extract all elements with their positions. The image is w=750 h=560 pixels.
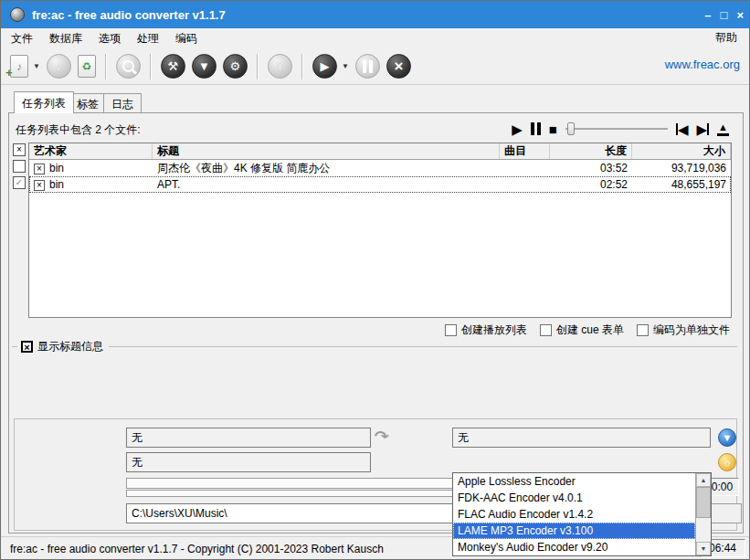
window-title: fre:ac - free audio converter v1.1.7 [32,8,226,22]
create-playlist-checkbox[interactable] [445,324,457,336]
selected-filter-field: 无 [452,428,711,448]
scroll-down-icon[interactable]: ▼ [696,542,711,555]
general-settings-icon[interactable]: ⚒ [161,54,185,79]
stop-encoding-icon[interactable]: × [386,54,411,79]
column-artist[interactable]: 艺术家 [29,143,153,159]
table-row[interactable]: ×bin 周杰伦《夜曲》4K 修复版 简鹿办公 03:52 93,719,036 [29,160,731,176]
seek-slider-thumb[interactable] [567,122,575,135]
play-icon[interactable]: ▶ [512,121,523,137]
dropdown-item-selected[interactable]: LAME MP3 Encoder v3.100 [453,523,695,539]
minimize-button[interactable]: – [704,8,711,22]
select-all-button[interactable]: × [13,143,26,156]
pause-encoding-icon[interactable] [355,54,380,79]
playback-controls: ▶ ■ ◀ ▶ ▲ [512,119,729,139]
show-tag-info-checkbox[interactable]: × [21,341,33,353]
menu-options[interactable]: 选项 [90,29,129,48]
title-bar: fre:ac - free audio converter v1.1.7 – □… [1,1,750,28]
tag-info-header: × 显示标题信息 [12,339,737,354]
filter-settings-icon[interactable]: ▼ [192,54,217,79]
dropdown-scrollbar[interactable]: ▲ ▼ [695,473,711,555]
encoder-dropdown-list: Apple Lossless Encoder FDK-AAC Encoder v… [452,472,712,556]
toolbar-separator [105,54,107,79]
decoder-field: 无 [126,452,371,472]
rip-cd-icon[interactable]: ♪ [47,54,71,79]
skip-file-icon[interactable]: ↷ [375,428,389,445]
toggle-selection-button[interactable]: ✓ [13,176,26,189]
start-encoding-icon[interactable]: ▶ [312,54,337,79]
encoder-settings-icon[interactable]: ⚙ [223,54,248,79]
toolbar-separator [257,54,259,79]
column-size[interactable]: 大小 [632,143,731,159]
add-files-icon[interactable]: ♪+ [10,55,28,78]
selection-buttons: × ✓ [13,143,26,189]
close-button[interactable]: × [736,8,744,22]
row-checkbox[interactable]: × [34,164,45,174]
add-files-dropdown-caret[interactable]: ▼ [33,62,40,70]
column-length[interactable]: 长度 [550,143,632,159]
joblist-summary: 任务列表中包含 2 个文件: [16,122,141,138]
statusbar-text: fre:ac - free audio converter v1.1.7 - C… [10,543,384,555]
joblist-table: 艺术家 标题 曲目 长度 大小 ×bin 周杰伦《夜曲》4K 修复版 简鹿办公 … [28,143,732,318]
menu-help[interactable]: 帮助 [707,28,745,48]
encoding-file-field: 无 [126,428,371,448]
clear-joblist-icon[interactable]: ♻ [78,55,96,78]
scrollbar-thumb[interactable] [696,487,711,518]
output-options: 创建播放列表 创建 cue 表单 编码为单独文件 [445,322,730,338]
dropdown-item[interactable]: Apple Lossless Encoder [453,473,695,490]
column-track[interactable]: 曲目 [500,143,550,159]
tab-tags[interactable]: 标签 [69,93,107,112]
cddb-query-icon[interactable] [116,54,141,79]
dropdown-item[interactable]: FLAC Audio Encoder v1.4.2 [453,506,695,523]
seek-slider[interactable] [565,122,668,136]
start-encoding-dropdown-caret[interactable]: ▼ [342,62,349,70]
menu-encode[interactable]: 编码 [167,29,206,48]
column-title[interactable]: 标题 [153,143,500,159]
filter-config-icon[interactable]: ▼ [718,428,736,447]
menu-processing[interactable]: 处理 [129,29,167,48]
select-none-button[interactable] [13,160,26,173]
create-cue-label: 创建 cue 表单 [556,322,624,338]
split-output-icon[interactable]: Y [268,54,292,79]
dropdown-item[interactable]: FDK-AAC Encoder v4.0.1 [453,490,695,506]
app-icon [10,7,25,22]
table-row[interactable]: ×bin APT. 02:52 48,655,197 [29,176,731,193]
tag-info-title: 显示标题信息 [37,339,103,354]
menu-file[interactable]: 文件 [3,29,41,48]
tab-joblist[interactable]: 任务列表 [14,91,74,113]
previous-track-icon[interactable]: ◀ [676,121,689,137]
toolbar: ♪+ ▼ ♪ ♻ ⚒ ▼ ⚙ Y ▶ ▼ × [1,48,750,85]
encode-single-file-label: 编码为单独文件 [653,322,730,338]
create-cue-checkbox[interactable] [540,324,552,336]
next-track-icon[interactable]: ▶ [696,121,709,137]
menu-bar: 文件 数据库 选项 处理 编码 帮助 [1,28,750,48]
freac-website-link[interactable]: www.freac.org [665,58,740,71]
encoder-config-icon[interactable]: ☼ [718,453,736,471]
stop-icon[interactable]: ■ [549,121,557,137]
toolbar-separator [150,54,152,79]
toolbar-separator [301,54,303,79]
menu-database[interactable]: 数据库 [41,29,90,48]
eject-icon[interactable]: ▲ [717,122,729,136]
tab-log[interactable]: 日志 [103,93,142,112]
maximize-button[interactable]: □ [721,8,728,22]
encode-single-file-checkbox[interactable] [637,324,649,336]
dropdown-item[interactable]: Monkey's Audio Encoder v9.20 [453,539,695,555]
row-checkbox[interactable]: × [34,180,45,191]
scroll-up-icon[interactable]: ▲ [696,473,711,487]
create-playlist-label: 创建播放列表 [461,322,527,338]
pause-icon[interactable] [531,121,541,137]
joblist-header: 艺术家 标题 曲目 长度 大小 [29,143,731,160]
